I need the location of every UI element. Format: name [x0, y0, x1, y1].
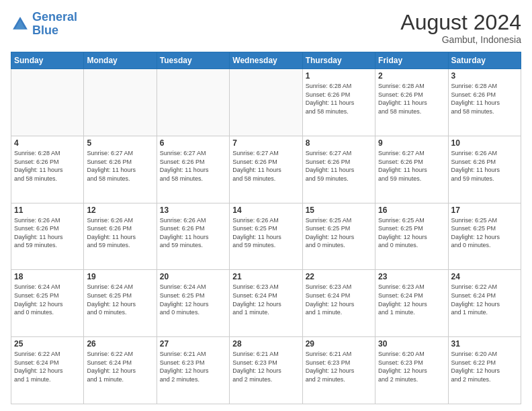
day-info: Sunrise: 6:27 AM Sunset: 6:26 PM Dayligh…	[378, 149, 445, 183]
logo-general: General	[32, 10, 77, 24]
day-info: Sunrise: 6:27 AM Sunset: 6:26 PM Dayligh…	[87, 149, 153, 183]
day-info: Sunrise: 6:22 AM Sunset: 6:24 PM Dayligh…	[87, 350, 153, 383]
calendar-cell-w3-d7: 17Sunrise: 6:25 AM Sunset: 6:25 PM Dayli…	[448, 203, 521, 270]
day-number: 6	[160, 138, 226, 148]
logo: General Blue	[11, 11, 77, 38]
header-sunday: Sunday	[11, 52, 84, 69]
week-row-3: 11Sunrise: 6:26 AM Sunset: 6:26 PM Dayli…	[11, 203, 521, 270]
day-number: 12	[87, 205, 153, 215]
general-blue-logo-icon	[11, 15, 30, 34]
day-number: 1	[306, 71, 372, 81]
day-info: Sunrise: 6:28 AM Sunset: 6:26 PM Dayligh…	[14, 149, 81, 183]
calendar-cell-w4-d7: 24Sunrise: 6:22 AM Sunset: 6:24 PM Dayli…	[448, 270, 521, 337]
calendar-cell-w5-d3: 27Sunrise: 6:21 AM Sunset: 6:23 PM Dayli…	[157, 337, 229, 404]
day-info: Sunrise: 6:27 AM Sunset: 6:26 PM Dayligh…	[232, 149, 299, 183]
calendar-cell-w2-d4: 7Sunrise: 6:27 AM Sunset: 6:26 PM Daylig…	[230, 136, 302, 203]
calendar-cell-w2-d2: 5Sunrise: 6:27 AM Sunset: 6:26 PM Daylig…	[84, 136, 157, 203]
calendar-body: 1Sunrise: 6:28 AM Sunset: 6:26 PM Daylig…	[11, 69, 521, 404]
day-number: 18	[14, 272, 81, 281]
day-number: 11	[14, 205, 81, 215]
day-info: Sunrise: 6:22 AM Sunset: 6:24 PM Dayligh…	[451, 283, 518, 316]
day-info: Sunrise: 6:27 AM Sunset: 6:26 PM Dayligh…	[306, 149, 372, 183]
calendar-cell-w5-d1: 25Sunrise: 6:22 AM Sunset: 6:24 PM Dayli…	[11, 337, 84, 404]
day-info: Sunrise: 6:25 AM Sunset: 6:25 PM Dayligh…	[451, 216, 518, 250]
day-info: Sunrise: 6:26 AM Sunset: 6:26 PM Dayligh…	[160, 216, 226, 250]
calendar-cell-w2-d7: 10Sunrise: 6:26 AM Sunset: 6:26 PM Dayli…	[448, 136, 521, 203]
calendar-cell-w5-d7: 31Sunrise: 6:20 AM Sunset: 6:22 PM Dayli…	[448, 337, 521, 404]
day-number: 22	[306, 272, 372, 281]
day-info: Sunrise: 6:22 AM Sunset: 6:24 PM Dayligh…	[14, 350, 81, 383]
day-number: 3	[451, 71, 518, 81]
location-subtitle: Gambut, Indonesia	[400, 34, 521, 45]
day-number: 13	[160, 205, 226, 215]
calendar-cell-w4-d5: 22Sunrise: 6:23 AM Sunset: 6:24 PM Dayli…	[302, 270, 375, 337]
day-info: Sunrise: 6:27 AM Sunset: 6:26 PM Dayligh…	[160, 149, 226, 183]
day-info: Sunrise: 6:24 AM Sunset: 6:25 PM Dayligh…	[87, 283, 153, 316]
calendar-cell-w5-d4: 28Sunrise: 6:21 AM Sunset: 6:23 PM Dayli…	[230, 337, 302, 404]
month-title: August 2024	[400, 11, 521, 34]
day-number: 30	[378, 339, 445, 349]
calendar-cell-w4-d6: 23Sunrise: 6:23 AM Sunset: 6:24 PM Dayli…	[375, 270, 448, 337]
day-number: 27	[160, 339, 226, 349]
calendar-cell-w4-d1: 18Sunrise: 6:24 AM Sunset: 6:25 PM Dayli…	[11, 270, 84, 337]
calendar-cell-w2-d5: 8Sunrise: 6:27 AM Sunset: 6:26 PM Daylig…	[302, 136, 375, 203]
calendar-cell-w1-d4	[230, 69, 302, 136]
calendar-cell-w5-d5: 29Sunrise: 6:21 AM Sunset: 6:23 PM Dayli…	[302, 337, 375, 404]
title-block: August 2024 Gambut, Indonesia	[400, 11, 521, 45]
calendar-cell-w1-d7: 3Sunrise: 6:28 AM Sunset: 6:26 PM Daylig…	[448, 69, 521, 136]
day-info: Sunrise: 6:26 AM Sunset: 6:26 PM Dayligh…	[87, 216, 153, 250]
calendar-cell-w2-d1: 4Sunrise: 6:28 AM Sunset: 6:26 PM Daylig…	[11, 136, 84, 203]
day-info: Sunrise: 6:28 AM Sunset: 6:26 PM Dayligh…	[378, 82, 445, 116]
calendar-cell-w3-d1: 11Sunrise: 6:26 AM Sunset: 6:26 PM Dayli…	[11, 203, 84, 270]
calendar-table: Sunday Monday Tuesday Wednesday Thursday…	[11, 52, 521, 404]
day-info: Sunrise: 6:21 AM Sunset: 6:23 PM Dayligh…	[232, 350, 299, 383]
day-number: 26	[87, 339, 153, 349]
calendar-cell-w3-d3: 13Sunrise: 6:26 AM Sunset: 6:26 PM Dayli…	[157, 203, 229, 270]
week-row-1: 1Sunrise: 6:28 AM Sunset: 6:26 PM Daylig…	[11, 69, 521, 136]
calendar-cell-w5-d6: 30Sunrise: 6:20 AM Sunset: 6:23 PM Dayli…	[375, 337, 448, 404]
week-row-2: 4Sunrise: 6:28 AM Sunset: 6:26 PM Daylig…	[11, 136, 521, 203]
header-tuesday: Tuesday	[157, 52, 229, 69]
day-number: 5	[87, 138, 153, 148]
day-info: Sunrise: 6:24 AM Sunset: 6:25 PM Dayligh…	[14, 283, 81, 316]
day-info: Sunrise: 6:25 AM Sunset: 6:25 PM Dayligh…	[306, 216, 372, 250]
day-number: 8	[306, 138, 372, 148]
calendar-cell-w3-d5: 15Sunrise: 6:25 AM Sunset: 6:25 PM Dayli…	[302, 203, 375, 270]
logo-text: General Blue	[32, 11, 77, 38]
day-number: 23	[378, 272, 445, 281]
day-info: Sunrise: 6:23 AM Sunset: 6:24 PM Dayligh…	[378, 283, 445, 316]
day-info: Sunrise: 6:26 AM Sunset: 6:26 PM Dayligh…	[451, 149, 518, 183]
header-friday: Friday	[375, 52, 448, 69]
day-number: 9	[378, 138, 445, 148]
day-info: Sunrise: 6:23 AM Sunset: 6:24 PM Dayligh…	[306, 283, 372, 316]
day-number: 28	[232, 339, 299, 349]
day-info: Sunrise: 6:24 AM Sunset: 6:25 PM Dayligh…	[160, 283, 226, 316]
header: General Blue August 2024 Gambut, Indones…	[11, 11, 521, 45]
day-info: Sunrise: 6:28 AM Sunset: 6:26 PM Dayligh…	[306, 82, 372, 116]
header-monday: Monday	[84, 52, 157, 69]
day-number: 17	[451, 205, 518, 215]
day-info: Sunrise: 6:28 AM Sunset: 6:26 PM Dayligh…	[451, 82, 518, 116]
day-info: Sunrise: 6:25 AM Sunset: 6:25 PM Dayligh…	[378, 216, 445, 250]
calendar-cell-w4-d2: 19Sunrise: 6:24 AM Sunset: 6:25 PM Dayli…	[84, 270, 157, 337]
calendar-cell-w2-d6: 9Sunrise: 6:27 AM Sunset: 6:26 PM Daylig…	[375, 136, 448, 203]
day-number: 21	[232, 272, 299, 281]
day-info: Sunrise: 6:20 AM Sunset: 6:23 PM Dayligh…	[378, 350, 445, 383]
day-number: 25	[14, 339, 81, 349]
day-number: 4	[14, 138, 81, 148]
calendar-cell-w2-d3: 6Sunrise: 6:27 AM Sunset: 6:26 PM Daylig…	[157, 136, 229, 203]
calendar-cell-w1-d1	[11, 69, 84, 136]
calendar-cell-w3-d2: 12Sunrise: 6:26 AM Sunset: 6:26 PM Dayli…	[84, 203, 157, 270]
day-info: Sunrise: 6:26 AM Sunset: 6:25 PM Dayligh…	[232, 216, 299, 250]
calendar-cell-w1-d5: 1Sunrise: 6:28 AM Sunset: 6:26 PM Daylig…	[302, 69, 375, 136]
week-row-4: 18Sunrise: 6:24 AM Sunset: 6:25 PM Dayli…	[11, 270, 521, 337]
header-thursday: Thursday	[302, 52, 375, 69]
calendar-cell-w3-d6: 16Sunrise: 6:25 AM Sunset: 6:25 PM Dayli…	[375, 203, 448, 270]
logo-blue: Blue	[32, 24, 58, 37]
page: General Blue August 2024 Gambut, Indones…	[0, 0, 532, 411]
day-number: 24	[451, 272, 518, 281]
day-info: Sunrise: 6:21 AM Sunset: 6:23 PM Dayligh…	[160, 350, 226, 383]
day-info: Sunrise: 6:23 AM Sunset: 6:24 PM Dayligh…	[232, 283, 299, 316]
calendar-cell-w1-d3	[157, 69, 229, 136]
calendar-cell-w3-d4: 14Sunrise: 6:26 AM Sunset: 6:25 PM Dayli…	[230, 203, 302, 270]
